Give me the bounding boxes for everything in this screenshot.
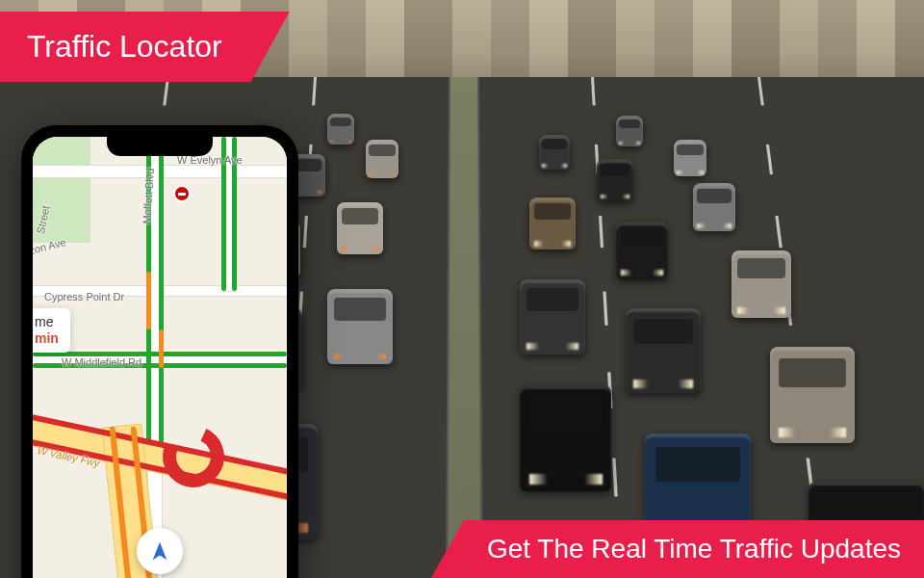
phone-mockup: W Evelyn Ave Street Horizon Ave Moffett … xyxy=(21,125,298,578)
road-label: W Middlefield Rd xyxy=(62,356,141,368)
bottom-banner-text: Get The Real Time Traffic Updates xyxy=(487,534,901,564)
car xyxy=(770,347,855,443)
road-label: Cypress Point Dr xyxy=(44,291,124,302)
eta-card[interactable]: me min xyxy=(33,308,70,353)
car xyxy=(529,197,576,250)
car xyxy=(520,279,585,355)
car xyxy=(337,202,383,254)
top-banner: Traffic Locator xyxy=(0,12,290,82)
car xyxy=(626,308,701,393)
eta-title: me xyxy=(35,314,59,330)
car xyxy=(327,114,354,144)
eta-value: min xyxy=(35,330,59,347)
navigation-arrow-icon xyxy=(149,540,170,562)
top-banner-text: Traffic Locator xyxy=(27,29,222,64)
traffic-orange xyxy=(159,329,164,368)
car xyxy=(616,116,643,146)
bottom-banner: Get The Real Time Traffic Updates xyxy=(431,520,924,578)
car xyxy=(674,140,706,176)
phone-screen[interactable]: W Evelyn Ave Street Horizon Ave Moffett … xyxy=(33,137,287,578)
recenter-button[interactable] xyxy=(137,528,183,574)
car xyxy=(616,222,668,279)
car xyxy=(366,140,398,178)
car xyxy=(539,135,570,170)
car xyxy=(732,250,791,318)
traffic-orange xyxy=(146,272,151,329)
traffic-green xyxy=(159,137,164,445)
phone-notch xyxy=(107,137,213,156)
car xyxy=(597,159,633,201)
map-view[interactable]: W Evelyn Ave Street Horizon Ave Moffett … xyxy=(33,137,287,578)
car xyxy=(520,385,611,491)
road-closure-icon xyxy=(173,185,191,202)
car xyxy=(693,183,735,231)
car xyxy=(327,289,393,364)
